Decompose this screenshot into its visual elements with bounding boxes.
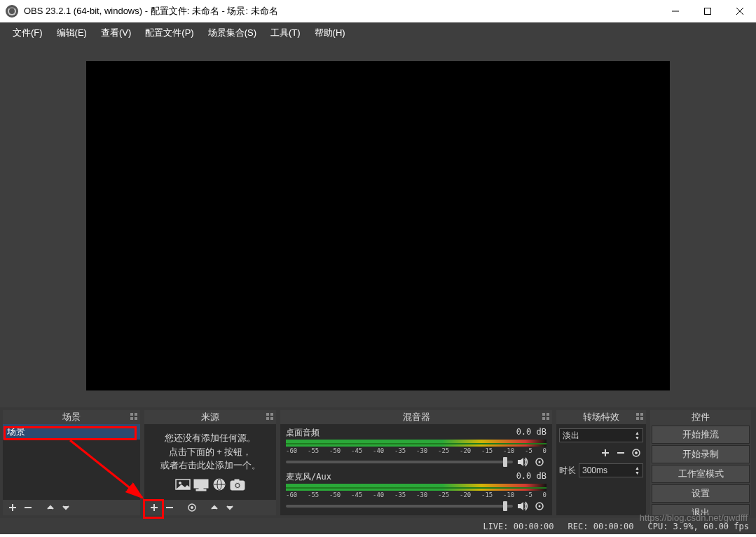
menu-help[interactable]: 帮助(H) [308,24,352,42]
close-button[interactable] [724,0,756,22]
add-source-button[interactable] [147,501,161,514]
mixer-dock: 混音器 桌面音频 0.0 dB -60-55-50-45-40-35-30-25… [280,410,552,515]
scenes-list[interactable]: 场景 [3,424,140,500]
scene-down-button[interactable] [59,501,73,514]
menu-bar: 文件(F) 编辑(E) 查看(V) 配置文件(P) 场景集合(S) 工具(T) … [0,22,756,43]
svg-rect-9 [194,480,208,488]
duration-spinbox[interactable]: 300ms ▲▼ [579,463,643,477]
maximize-button[interactable] [692,0,724,22]
mixer-header: 混音器 [280,410,552,424]
menu-scene-collection[interactable]: 场景集合(S) [201,24,263,42]
scenes-dock: 场景 场景 [3,410,140,515]
docks-row: 场景 场景 来源 您还没有添加任何源。 点击下面的 + 按钮， 或者右击此处添加… [0,407,756,518]
add-scene-button[interactable] [6,501,20,514]
add-transition-button[interactable] [598,447,612,459]
window-titlebar: OBS 23.2.1 (64-bit, windows) - 配置文件: 未命名… [0,0,756,22]
meter-scale: -60-55-50-45-40-35-30-25-20-15-10-50 [286,491,547,498]
menu-view[interactable]: 查看(V) [94,24,138,42]
menu-profile[interactable]: 配置文件(P) [138,24,200,42]
display-source-icon [193,477,209,492]
dock-handle-icon[interactable] [130,413,137,420]
menu-file[interactable]: 文件(F) [6,24,50,42]
window-title: OBS 23.2.1 (64-bit, windows) - 配置文件: 未命名… [24,5,659,18]
channel-settings-button[interactable] [532,500,547,512]
controls-dock: 控件 开始推流 开始录制 工作室模式 设置 退出 [650,410,751,515]
transitions-header: 转场特效 [556,410,646,424]
dock-handle-icon[interactable] [636,413,643,420]
source-up-button[interactable] [207,501,221,514]
svg-rect-16 [235,480,239,482]
sources-list[interactable]: 您还没有添加任何源。 点击下面的 + 按钮， 或者右击此处添加一个。 [144,424,276,500]
svg-point-8 [179,482,181,484]
transition-settings-button[interactable] [629,447,643,459]
image-source-icon [174,477,191,492]
scenes-title: 场景 [62,411,81,423]
minimize-button[interactable] [659,0,692,22]
channel-name: 麦克风/Aux [286,471,331,483]
svg-point-26 [539,461,541,463]
scenes-toolbar [3,500,140,515]
sources-empty-text: 您还没有添加任何源。 [150,431,270,445]
preview-area [0,43,756,407]
sources-empty-text: 或者右击此处添加一个。 [150,458,270,473]
remove-transition-button[interactable] [614,447,628,459]
mute-button[interactable] [516,456,530,468]
remove-scene-button[interactable] [21,501,35,514]
start-streaming-button[interactable]: 开始推流 [652,426,750,444]
sources-dock: 来源 您还没有添加任何源。 点击下面的 + 按钮， 或者右击此处添加一个。 [144,410,276,515]
duration-label: 时长 [559,465,576,477]
volume-meter [286,484,547,491]
status-rec: REC: 00:00:00 [568,522,634,531]
meter-scale: -60-55-50-45-40-35-30-25-20-15-10-50 [286,447,547,454]
mixer-channel: 麦克风/Aux 0.0 dB -60-55-50-45-40-35-30-25-… [286,471,547,512]
mixer-body: 桌面音频 0.0 dB -60-55-50-45-40-35-30-25-20-… [280,424,552,515]
studio-mode-button[interactable]: 工作室模式 [652,465,750,483]
transitions-body: 淡出 ▲▼ 时长 300ms ▲▼ [556,424,646,515]
remove-source-button[interactable] [163,501,177,514]
svg-rect-1 [705,8,711,15]
channel-db: 0.0 dB [516,471,547,483]
scenes-header: 场景 [3,410,140,424]
status-live: LIVE: 00:00:00 [483,522,554,531]
source-down-button[interactable] [223,501,237,514]
svg-rect-11 [196,489,206,491]
camera-source-icon [229,477,246,492]
volume-meter [286,440,547,447]
start-recording-button[interactable]: 开始录制 [652,445,750,463]
svg-point-34 [635,452,638,454]
menu-edit[interactable]: 编辑(E) [50,24,94,42]
transitions-title: 转场特效 [583,411,619,423]
scene-up-button[interactable] [43,501,57,514]
controls-body: 开始推流 开始录制 工作室模式 设置 退出 [650,424,751,515]
controls-header: 控件 [650,410,751,424]
app-icon [6,5,18,18]
menu-tools[interactable]: 工具(T) [263,24,308,42]
controls-title: 控件 [692,411,710,423]
channel-settings-button[interactable] [532,456,547,468]
svg-marker-24 [518,458,523,466]
browser-source-icon [211,477,228,492]
transitions-dock: 转场特效 淡出 ▲▼ 时长 300ms ▲▼ [556,410,646,515]
sources-header: 来源 [144,410,276,424]
dock-handle-icon[interactable] [542,413,549,420]
source-settings-button[interactable] [185,501,199,514]
transition-select[interactable]: 淡出 ▲▼ [559,428,643,442]
preview-canvas[interactable] [86,61,670,390]
settings-button[interactable]: 设置 [652,484,750,503]
volume-slider[interactable] [286,461,513,463]
mixer-channel: 桌面音频 0.0 dB -60-55-50-45-40-35-30-25-20-… [286,427,547,468]
volume-slider[interactable] [286,505,513,508]
sources-empty-text: 点击下面的 + 按钮， [150,445,270,459]
svg-marker-27 [518,502,523,510]
mixer-title: 混音器 [403,411,430,423]
svg-point-18 [236,484,239,487]
scene-item[interactable]: 场景 [3,424,140,440]
channel-name: 桌面音频 [286,427,319,439]
svg-point-29 [539,505,541,508]
dock-handle-icon[interactable] [266,413,273,420]
channel-db: 0.0 dB [516,427,547,439]
sources-title: 来源 [201,411,219,423]
sources-toolbar [144,500,276,515]
watermark: https://blog.csdn.net/gwdfff [640,512,748,523]
mute-button[interactable] [516,500,530,512]
